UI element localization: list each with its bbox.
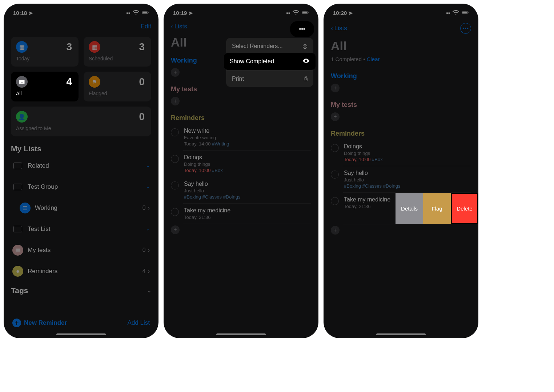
chevron-down-icon: ⌄	[147, 288, 151, 293]
reminder-title: Doings	[184, 154, 311, 161]
reminder-sayhello[interactable]: Say hello Just hello #Boxing #Classes #D…	[164, 177, 318, 203]
swipe-flag-button[interactable]: Flag	[423, 193, 451, 224]
chevron-down-icon: ⌄	[146, 163, 150, 168]
list-mytests[interactable]: ▤ My tests 0›	[9, 240, 153, 261]
add-reminder-button[interactable]: +	[331, 226, 340, 235]
chevron-down-icon: ⌄	[146, 227, 150, 232]
screenshot-2-all-menu: 10:19➤ ▪▪ ‹ Lists ••• All Select Reminde…	[164, 4, 318, 338]
clear-button[interactable]: Clear	[367, 56, 380, 62]
tags-label: Tags	[11, 286, 28, 295]
chevron-right-icon: ›	[148, 268, 150, 275]
reminder-new-write[interactable]: New write Favorite writing Today, 14:00 …	[164, 124, 318, 150]
chevron-left-icon: ‹	[171, 23, 173, 30]
tile-today[interactable]: ▦ 3 Today	[11, 37, 79, 67]
tile-scheduled[interactable]: ▦ 3 Scheduled	[84, 37, 151, 67]
reminder-time: Today, 10:00	[344, 157, 372, 162]
add-list-button[interactable]: Add List	[128, 319, 150, 327]
add-reminder-button[interactable]: +	[171, 225, 180, 234]
menu-label: Print	[232, 76, 244, 82]
back-button[interactable]: ‹ Lists	[171, 23, 187, 30]
edit-button[interactable]: Edit	[141, 23, 151, 30]
add-reminder-button[interactable]: +	[331, 84, 340, 92]
clock: 10:18	[13, 10, 27, 16]
svg-rect-2	[148, 12, 148, 13]
reminder-sayhello[interactable]: Say hello Just hello #Boxing #Classes #D…	[324, 166, 478, 192]
reminder-doings[interactable]: Doings Doing things Today, 10:00 #Box	[164, 151, 318, 177]
swipe-details-button[interactable]: Details	[396, 193, 423, 224]
chevron-right-icon: ›	[148, 205, 150, 211]
reminder-subtitle: Favorite writing	[184, 135, 311, 140]
tags-header[interactable]: Tags ⌄	[4, 282, 158, 297]
reminder-subtitle: Just hello	[344, 177, 471, 183]
my-lists: Related ⌄ Test Group ⌄ ☰ Working 0› Test…	[4, 155, 158, 282]
reminder-doings[interactable]: Doings Doing things Today, 10:00 #Box	[324, 140, 478, 166]
complete-toggle[interactable]	[171, 181, 179, 189]
back-label: Lists	[334, 25, 347, 32]
complete-toggle[interactable]	[171, 155, 179, 163]
reminder-subtitle: Doing things	[184, 161, 311, 167]
reminder-tag: #Box	[212, 168, 223, 173]
more-menu-button[interactable]: •••	[290, 21, 314, 37]
new-reminder-label: New Reminder	[24, 319, 67, 327]
add-reminder-button[interactable]: +	[331, 112, 340, 121]
folder-icon	[13, 226, 22, 232]
plus-circle-icon: +	[12, 319, 21, 327]
reminder-subtitle: Doing things	[344, 151, 471, 156]
battery-icon	[142, 9, 149, 17]
menu-show-completed-highlight[interactable]: Show Completed	[224, 53, 316, 70]
svg-rect-8	[468, 12, 468, 13]
nav-header: ‹ Lists •••	[324, 20, 478, 37]
back-button[interactable]: ‹ Lists	[331, 25, 347, 32]
list-folder-testlist[interactable]: Test List ⌄	[9, 219, 153, 240]
complete-toggle[interactable]	[331, 171, 339, 179]
status-bar: 10:19➤ ▪▪	[164, 4, 318, 20]
tile-assigned[interactable]: 👤 0 Assigned to Me	[11, 107, 151, 136]
smart-list-tiles: ▦ 3 Today ▦ 3 Scheduled 4 All ⚑ 0 Flagge…	[4, 33, 158, 140]
more-menu-button[interactable]: •••	[460, 23, 471, 34]
clock: 10:20	[333, 10, 347, 16]
list-name: Test List	[28, 225, 142, 233]
complete-toggle[interactable]	[171, 208, 179, 216]
list-bullet-icon: ●	[12, 266, 23, 277]
home-indicator	[56, 333, 106, 335]
menu-print[interactable]: Print ⎙	[226, 71, 313, 87]
group-reminders: Reminders	[164, 109, 318, 124]
bottom-toolbar: + New Reminder Add List	[4, 319, 158, 327]
list-folder-related[interactable]: Related ⌄	[9, 155, 153, 176]
reminder-subtitle: Just hello	[184, 188, 311, 193]
clock: 10:19	[173, 10, 187, 16]
complete-toggle[interactable]	[171, 128, 179, 136]
group-working: Working	[324, 67, 478, 82]
new-reminder-button[interactable]: + New Reminder	[12, 319, 67, 327]
list-name: Related	[28, 162, 142, 169]
tile-flagged[interactable]: ⚑ 0 Flagged	[84, 72, 151, 101]
completed-summary: 1 Completed • Clear	[324, 55, 478, 67]
reminder-medicine[interactable]: Take my medicine Today, 21:36	[164, 204, 318, 224]
checkmark-circle-icon: ◎	[302, 43, 308, 49]
chevron-left-icon: ‹	[331, 25, 333, 32]
tile-count: 3	[66, 41, 72, 53]
divider	[183, 224, 311, 224]
add-reminder-button[interactable]: +	[171, 97, 180, 105]
complete-toggle[interactable]	[331, 197, 339, 205]
reminder-title: Doings	[344, 143, 471, 150]
printer-icon: ⎙	[304, 76, 308, 82]
reminder-title: New write	[184, 128, 311, 134]
tile-all[interactable]: 4 All	[11, 72, 79, 101]
list-working[interactable]: ☰ Working 0›	[9, 197, 153, 219]
signal-icon: ▪▪	[126, 10, 130, 16]
list-reminders[interactable]: ● Reminders 4›	[9, 261, 153, 282]
list-bullet-icon: ▤	[12, 245, 23, 256]
add-reminder-button[interactable]: +	[171, 68, 180, 77]
list-bullet-icon: ☰	[20, 203, 31, 213]
tile-count: 3	[139, 41, 145, 53]
my-lists-header: My Lists	[4, 140, 158, 155]
complete-toggle[interactable]	[331, 144, 339, 152]
menu-label: Select Reminders...	[232, 43, 283, 49]
list-count: 4	[142, 268, 146, 275]
list-folder-testgroup[interactable]: Test Group ⌄	[9, 176, 153, 197]
signal-icon: ▪▪	[286, 10, 290, 16]
completed-count: 1 Completed •	[331, 56, 367, 62]
swipe-delete-button[interactable]: Delete	[451, 193, 478, 224]
menu-select-reminders[interactable]: Select Reminders... ◎	[226, 38, 313, 54]
